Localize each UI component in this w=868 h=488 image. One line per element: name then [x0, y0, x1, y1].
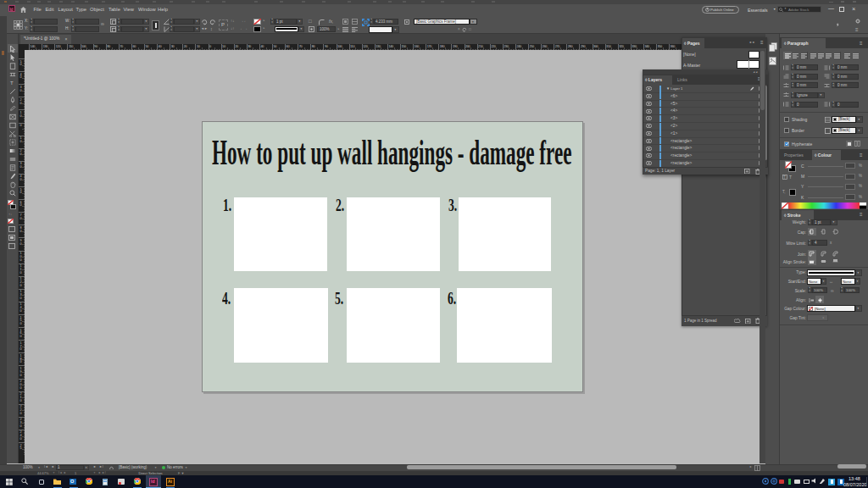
svg-text:T: T [783, 175, 786, 179]
